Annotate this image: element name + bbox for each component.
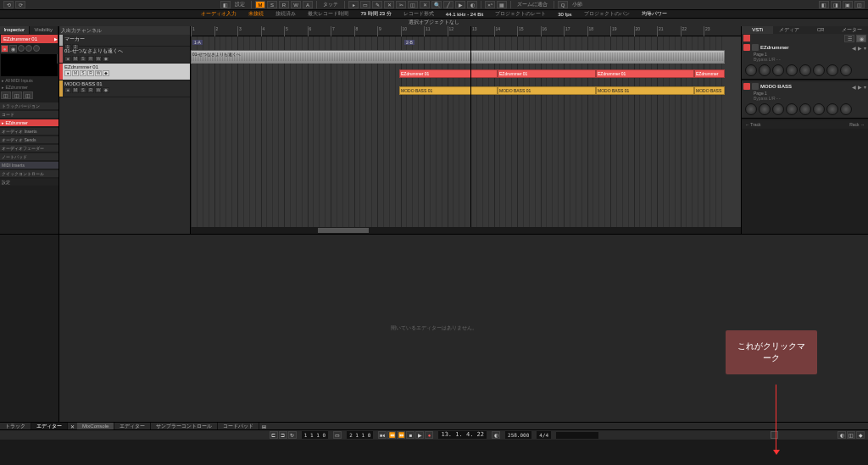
window-layout-3[interactable]: ▣ bbox=[843, 1, 853, 8]
locator-right[interactable]: 2 1 1 0 bbox=[347, 431, 373, 439]
track-button[interactable]: ● bbox=[64, 70, 71, 76]
track-button[interactable]: R bbox=[87, 87, 94, 93]
inspector-btn-3[interactable]: ◫ bbox=[23, 91, 33, 99]
midi-clip[interactable]: EZdrummer 01 bbox=[498, 69, 596, 78]
locator-left[interactable]: 1 1 1 0 bbox=[302, 431, 328, 439]
cr-tab[interactable]: CR bbox=[805, 26, 837, 34]
track-row[interactable]: 01-せつなさよりも遠くへ ●MSRW◆ bbox=[59, 47, 190, 64]
time-display[interactable]: 13. 1. 4. 22 bbox=[438, 431, 487, 439]
track-button[interactable]: S bbox=[80, 70, 86, 76]
play-tool[interactable]: ▶ bbox=[455, 1, 465, 8]
w-button[interactable]: W bbox=[291, 1, 301, 8]
redo-button[interactable]: ⟳ bbox=[15, 1, 25, 8]
quick-control-knob[interactable] bbox=[772, 64, 784, 76]
section-quick[interactable]: クイックコントロール bbox=[0, 170, 58, 177]
snap-x-button[interactable]: ×ˢ bbox=[485, 1, 495, 8]
track-button[interactable]: ● bbox=[64, 56, 71, 62]
close-tab-icon[interactable]: ✕ bbox=[68, 423, 77, 429]
range-tool[interactable]: ▭ bbox=[360, 1, 370, 8]
track-row[interactable]: MODO BASS 01 ●MSRW◆ bbox=[59, 80, 190, 97]
color-tool[interactable]: ◐ bbox=[467, 1, 477, 8]
quick-control-knob[interactable] bbox=[826, 103, 838, 115]
track-button[interactable]: M bbox=[72, 70, 79, 76]
track-button[interactable]: S bbox=[80, 56, 86, 62]
locator-icon[interactable]: ▭ bbox=[333, 431, 342, 439]
section-chord[interactable]: コード bbox=[0, 111, 58, 118]
quick-control-knob[interactable] bbox=[745, 103, 757, 115]
grid-label[interactable]: 小節 bbox=[570, 1, 585, 8]
vsti-name[interactable]: MODO BASS bbox=[760, 84, 792, 89]
section-track-versions[interactable]: トラックバージョン bbox=[0, 102, 58, 109]
erase-tool[interactable]: ✕ bbox=[384, 1, 394, 8]
quick-control-knob[interactable] bbox=[799, 64, 811, 76]
draw-tool[interactable]: ✎ bbox=[372, 1, 382, 8]
midi-clip[interactable]: EZdrummer 01 bbox=[399, 69, 498, 78]
timeline-ruler[interactable]: 1234567891011121314151617181920212223 bbox=[191, 26, 741, 36]
vsti-edit-button[interactable] bbox=[752, 83, 759, 90]
track-button[interactable]: ◆ bbox=[103, 87, 109, 93]
prev-preset-icon[interactable]: ◀ bbox=[852, 84, 856, 90]
time-format-button[interactable]: ◐ bbox=[492, 431, 500, 439]
window-layout-4[interactable]: ◫ bbox=[854, 1, 865, 8]
track-button[interactable]: ◆ bbox=[103, 56, 109, 62]
zoom-fit-label[interactable]: ズームに適合 bbox=[515, 1, 550, 8]
track-button[interactable]: W bbox=[95, 87, 102, 93]
add-vsti-button[interactable] bbox=[743, 35, 750, 42]
audio-clip[interactable]: 01-せつなさよりも遠くへ bbox=[191, 50, 725, 64]
section-expr-map[interactable]: ▸ EZdrummer bbox=[0, 119, 58, 126]
tempo-display[interactable]: 258.000 bbox=[505, 431, 531, 439]
track-button[interactable]: M bbox=[72, 87, 79, 93]
window-layout-1[interactable]: ◧ bbox=[819, 1, 829, 8]
quick-control-knob[interactable] bbox=[745, 64, 757, 76]
monitor-button[interactable]: ◉ bbox=[9, 45, 17, 53]
playhead[interactable] bbox=[470, 26, 471, 234]
touch-label[interactable]: タッチ bbox=[320, 1, 341, 8]
forward-button[interactable]: ⏩ bbox=[397, 431, 405, 439]
meter-tab[interactable]: メーター bbox=[837, 26, 868, 34]
automation-mode-button[interactable]: M bbox=[255, 1, 265, 8]
play-button[interactable]: ▶ bbox=[415, 431, 424, 439]
track-row[interactable]: マーカー 12 bbox=[59, 35, 190, 47]
section-midi-fader[interactable]: オーディオフェーダー bbox=[0, 145, 58, 152]
preset-menu-icon[interactable]: ▾ bbox=[864, 84, 866, 90]
solo-button[interactable]: S bbox=[267, 1, 277, 8]
track-row[interactable]: EZdrummer 01 ●MSRW◆ bbox=[59, 64, 190, 80]
quick-control-knob[interactable] bbox=[840, 64, 852, 76]
inspector-tab[interactable]: Inspector bbox=[0, 26, 30, 34]
punch-in-button[interactable]: ⊏ bbox=[270, 431, 278, 439]
media-tab[interactable]: メディア bbox=[773, 26, 804, 34]
window-layout-2[interactable]: ◨ bbox=[831, 1, 841, 8]
vsti-photo-icon[interactable]: ◉ bbox=[856, 35, 866, 42]
quick-control-knob[interactable] bbox=[813, 64, 825, 76]
pan-knob[interactable] bbox=[18, 45, 25, 52]
zoom-tool[interactable]: 🔍 bbox=[431, 1, 442, 8]
quick-control-knob[interactable] bbox=[826, 64, 838, 76]
routing-in[interactable]: ▸ All MIDI Inputs bbox=[0, 77, 58, 84]
midi-clip[interactable]: MODO BASS 01 bbox=[498, 86, 596, 95]
track-button[interactable]: ◆ bbox=[103, 70, 109, 76]
quantize-button[interactable]: Q bbox=[558, 1, 568, 8]
vsti-tab[interactable]: VSTi bbox=[742, 26, 773, 34]
signature-display[interactable]: 4/4 bbox=[537, 431, 551, 439]
quick-control-knob[interactable] bbox=[799, 103, 811, 115]
delay-knob[interactable] bbox=[33, 45, 40, 52]
volume-knob[interactable] bbox=[25, 45, 32, 52]
a-button[interactable]: A bbox=[303, 1, 313, 8]
section-notepad[interactable]: ノートパッド bbox=[0, 153, 58, 160]
r-button[interactable]: R bbox=[279, 1, 289, 8]
vsti-name[interactable]: EZdrummer bbox=[760, 45, 789, 50]
open-bottom-icon[interactable]: ⊞ bbox=[259, 423, 269, 429]
midi-clip[interactable]: MODO BASS 01 bbox=[596, 86, 694, 95]
scissors-tool[interactable]: ✂ bbox=[396, 1, 406, 8]
loop-button[interactable]: ↻ bbox=[288, 431, 297, 439]
marker-button[interactable]: ◆ bbox=[856, 431, 865, 439]
inspector-track-header[interactable]: EZdrummer 01 ▶ bbox=[1, 35, 58, 43]
quick-control-knob[interactable] bbox=[786, 64, 798, 76]
quick-control-knob[interactable] bbox=[759, 103, 771, 115]
prev-preset-icon[interactable]: ◀ bbox=[852, 45, 856, 51]
glue-tool[interactable]: ◫ bbox=[408, 1, 418, 8]
marker-1[interactable]: 1-A bbox=[192, 40, 203, 45]
back-button[interactable]: ⏪ bbox=[387, 431, 396, 439]
timeline-scrollbar[interactable] bbox=[191, 227, 741, 234]
track-button[interactable]: S bbox=[80, 87, 86, 93]
